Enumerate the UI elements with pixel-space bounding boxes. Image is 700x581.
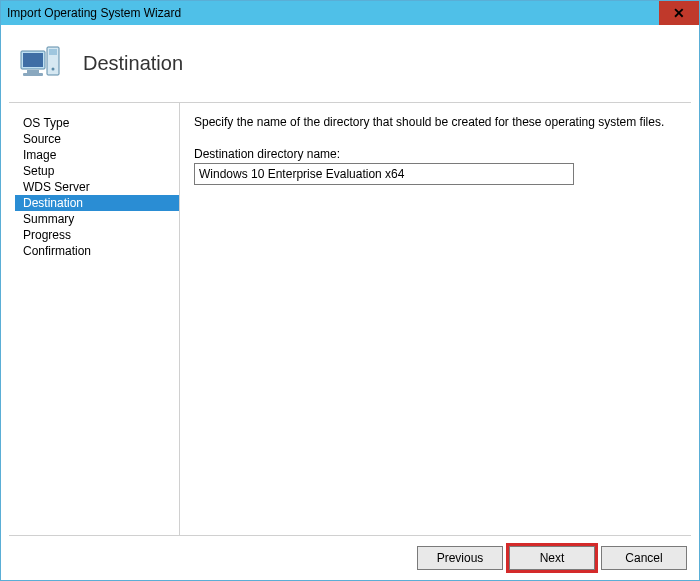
wizard-main-panel: Specify the name of the directory that s… (179, 103, 691, 535)
titlebar: Import Operating System Wizard ✕ (1, 1, 699, 25)
sidebar-item-step[interactable]: OS Type (15, 115, 179, 131)
previous-button[interactable]: Previous (417, 546, 503, 570)
destination-directory-input[interactable] (194, 163, 574, 185)
sidebar-item-step[interactable]: WDS Server (15, 179, 179, 195)
sidebar-item-step[interactable]: Progress (15, 227, 179, 243)
sidebar-item-step[interactable]: Source (15, 131, 179, 147)
sidebar-item-step[interactable]: Image (15, 147, 179, 163)
sidebar-item-step[interactable]: Confirmation (15, 243, 179, 259)
wizard-steps-sidebar: OS TypeSourceImageSetupWDS ServerDestina… (9, 103, 179, 535)
sidebar-item-step[interactable]: Setup (15, 163, 179, 179)
field-label: Destination directory name: (194, 147, 677, 161)
computer-icon (19, 43, 63, 83)
sidebar-item-step[interactable]: Summary (15, 211, 179, 227)
svg-rect-3 (23, 73, 43, 76)
wizard-window: Import Operating System Wizard ✕ Destina… (0, 0, 700, 581)
next-button[interactable]: Next (509, 546, 595, 570)
cancel-button[interactable]: Cancel (601, 546, 687, 570)
sidebar-item-step[interactable]: Destination (15, 195, 179, 211)
instruction-text: Specify the name of the directory that s… (194, 115, 677, 129)
svg-rect-2 (27, 70, 39, 73)
svg-rect-1 (23, 53, 43, 67)
close-icon: ✕ (673, 5, 685, 21)
close-button[interactable]: ✕ (659, 1, 699, 25)
svg-rect-5 (49, 49, 57, 55)
page-title: Destination (83, 52, 183, 75)
svg-point-6 (52, 68, 55, 71)
window-title: Import Operating System Wizard (1, 6, 181, 20)
wizard-body: OS TypeSourceImageSetupWDS ServerDestina… (9, 102, 691, 535)
wizard-footer: Previous Next Cancel (9, 535, 691, 580)
wizard-header: Destination (1, 25, 699, 102)
